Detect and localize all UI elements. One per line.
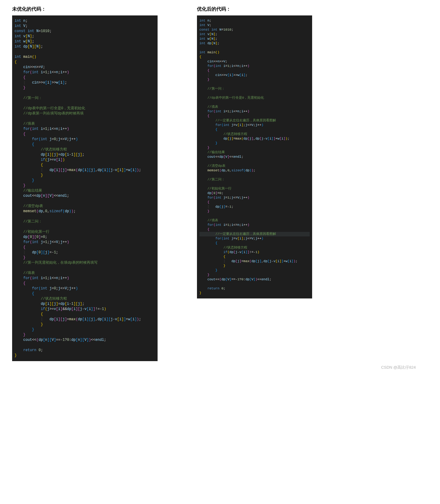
right-title: 优化后的代码： [197,6,312,12]
right-column: 优化后的代码： int n; int V; const int N=1010; … [197,6,312,298]
code-comparison: 未优化的代码： int n; int V; const int N=1010; … [12,6,428,361]
watermark: CSDN @高比仔824 [12,361,428,370]
left-column: 未优化的代码： int n; int V; const int N=1010; … [12,6,158,361]
left-code-block: int n; int V; const int N=1010; int v[N]… [12,15,158,361]
left-title: 未优化的代码： [12,6,158,12]
right-code-block: int n; int V; const int N=1010; int v[N]… [197,15,312,298]
